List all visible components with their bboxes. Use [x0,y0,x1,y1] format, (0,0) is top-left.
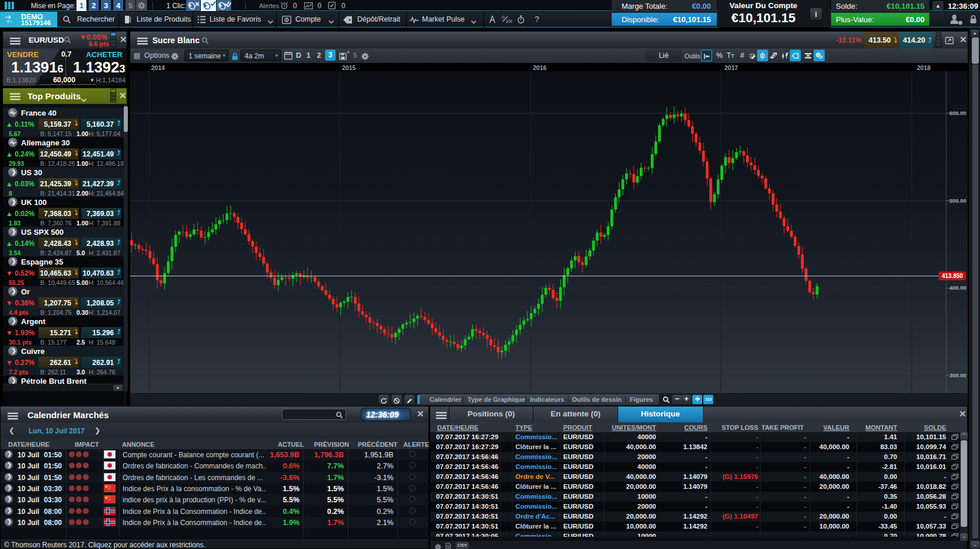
svg-text:0: 0 [502,15,505,20]
svg-text:100: 100 [505,19,512,24]
